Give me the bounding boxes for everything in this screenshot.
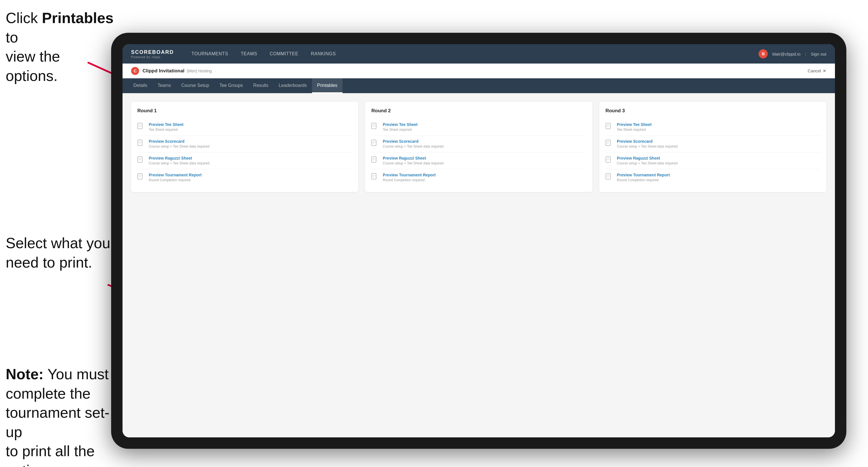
instruction-middle: Select what youneed to print.: [6, 234, 110, 272]
cancel-icon: ✕: [823, 68, 827, 73]
round3-scorecard[interactable]: Preview Scorecard Course setup + Tee She…: [606, 136, 820, 152]
round2-tournament-report[interactable]: Preview Tournament Report Round Completi…: [371, 169, 586, 186]
round2-raguzzi[interactable]: Preview Raguzzi Sheet Course setup + Tee…: [371, 152, 586, 169]
round2-raguzzi-subtitle: Course setup + Tee Sheet data required: [383, 161, 443, 165]
round1-tournament-report[interactable]: Preview Tournament Report Round Completi…: [137, 169, 352, 186]
r3-raguzzi-icon: [606, 156, 614, 165]
tournament-name: Clippd Invitational: [143, 68, 184, 74]
svg-rect-33: [372, 174, 376, 179]
printables-bold: Printables: [42, 10, 114, 26]
round-3-column: Round 3 Preview Tee Sheet Tee Sheet requ…: [599, 102, 827, 192]
svg-rect-37: [606, 123, 610, 129]
sign-out-link[interactable]: Sign out: [811, 52, 827, 56]
round3-tee-sheet-text: Preview Tee Sheet Tee Sheet required: [617, 122, 652, 132]
round1-raguzzi-title: Preview Raguzzi Sheet: [149, 156, 210, 160]
tournament-logo: C: [131, 67, 139, 75]
svg-rect-41: [606, 140, 610, 146]
round1-scorecard[interactable]: Preview Scorecard Course setup + Tee She…: [137, 136, 352, 152]
tab-results[interactable]: Results: [248, 79, 274, 93]
sub-header: C Clippd Invitational (Men) Hosting Canc…: [123, 64, 835, 79]
nav-tournaments[interactable]: TOURNAMENTS: [185, 44, 235, 64]
round1-raguzzi[interactable]: Preview Raguzzi Sheet Course setup + Tee…: [137, 152, 352, 169]
r3-scorecard-icon: [606, 139, 614, 149]
round2-scorecard-subtitle: Course setup + Tee Sheet data required: [383, 145, 443, 149]
round3-tournament-report[interactable]: Preview Tournament Report Round Completi…: [606, 169, 820, 186]
tab-details[interactable]: Details: [128, 79, 152, 93]
tab-leaderboards[interactable]: Leaderboards: [274, 79, 312, 93]
round2-raguzzi-title: Preview Raguzzi Sheet: [383, 156, 443, 160]
round2-tee-sheet[interactable]: Preview Tee Sheet Tee Sheet required: [371, 119, 586, 136]
nav-teams[interactable]: TEAMS: [235, 44, 264, 64]
top-nav-items: TOURNAMENTS TEAMS COMMITTEE RANKINGS: [185, 44, 758, 64]
nav-committee[interactable]: COMMITTEE: [263, 44, 305, 64]
svg-rect-49: [606, 174, 610, 179]
round1-scorecard-text: Preview Scorecard Course setup + Tee She…: [149, 139, 210, 149]
round2-scorecard[interactable]: Preview Scorecard Course setup + Tee She…: [371, 136, 586, 152]
svg-rect-25: [372, 140, 376, 146]
round2-scorecard-title: Preview Scorecard: [383, 139, 443, 144]
svg-rect-9: [137, 140, 142, 146]
round2-tournament-report-title: Preview Tournament Report: [383, 173, 436, 177]
tablet-screen: SCOREBOARD Powered by clippi TOURNAMENTS…: [123, 44, 835, 437]
cancel-label: Cancel: [808, 68, 821, 73]
svg-rect-13: [137, 157, 142, 162]
tab-tee-groups[interactable]: Tee Groups: [214, 79, 248, 93]
round1-tee-sheet-text: Preview Tee Sheet Tee Sheet required: [149, 122, 184, 132]
instruction-middle-text: Select what youneed to print.: [6, 235, 110, 271]
user-avatar: B: [758, 49, 768, 58]
round1-tee-sheet-subtitle: Tee Sheet required: [149, 128, 184, 132]
r2-scorecard-icon: [371, 139, 379, 149]
round1-scorecard-subtitle: Course setup + Tee Sheet data required: [149, 145, 210, 149]
round-1-column: Round 1 Preview Tee Sheet: [131, 102, 358, 192]
r3-tournament-report-icon: [606, 173, 614, 182]
round3-scorecard-title: Preview Scorecard: [617, 139, 678, 144]
round3-raguzzi[interactable]: Preview Raguzzi Sheet Course setup + Tee…: [606, 152, 820, 169]
round1-tee-sheet[interactable]: Preview Tee Sheet Tee Sheet required: [137, 119, 352, 136]
round3-tee-sheet-subtitle: Tee Sheet required: [617, 128, 652, 132]
top-nav-right: B blair@clippd.io | Sign out: [758, 49, 827, 58]
user-email: blair@clippd.io: [772, 52, 801, 56]
round3-tournament-report-title: Preview Tournament Report: [617, 173, 670, 177]
round1-raguzzi-subtitle: Course setup + Tee Sheet data required: [149, 161, 210, 165]
tab-teams[interactable]: Teams: [152, 79, 176, 93]
nav-divider: |: [805, 52, 806, 56]
round1-scorecard-title: Preview Scorecard: [149, 139, 210, 144]
svg-rect-17: [137, 174, 142, 179]
round3-tee-sheet[interactable]: Preview Tee Sheet Tee Sheet required: [606, 119, 820, 136]
instruction-bottom-text: Note: You mustcomplete thetournament set…: [6, 366, 110, 467]
svg-rect-45: [606, 157, 610, 162]
top-nav: SCOREBOARD Powered by clippi TOURNAMENTS…: [123, 44, 835, 64]
tournament-meta: (Men) Hosting: [187, 69, 212, 73]
round3-tournament-report-text: Preview Tournament Report Round Completi…: [617, 173, 670, 182]
round2-scorecard-text: Preview Scorecard Course setup + Tee She…: [383, 139, 443, 149]
tab-course-setup[interactable]: Course Setup: [176, 79, 214, 93]
round1-raguzzi-text: Preview Raguzzi Sheet Course setup + Tee…: [149, 156, 210, 165]
round2-raguzzi-text: Preview Raguzzi Sheet Course setup + Tee…: [383, 156, 443, 165]
round2-tournament-report-subtitle: Round Completion required: [383, 178, 436, 182]
round-1-title: Round 1: [137, 108, 352, 114]
round1-tournament-report-subtitle: Round Completion required: [149, 178, 202, 182]
round3-raguzzi-title: Preview Raguzzi Sheet: [617, 156, 678, 160]
rounds-container: Round 1 Preview Tee Sheet: [131, 102, 827, 192]
round3-tournament-report-subtitle: Round Completion required: [617, 178, 670, 182]
r3-tee-sheet-icon: [606, 123, 614, 132]
round3-raguzzi-subtitle: Course setup + Tee Sheet data required: [617, 161, 678, 165]
raguzzi-icon: [137, 156, 145, 165]
cancel-button[interactable]: Cancel ✕: [808, 68, 827, 73]
round-3-title: Round 3: [606, 108, 820, 114]
tab-printables[interactable]: Printables: [312, 79, 343, 93]
svg-rect-5: [137, 123, 142, 129]
tee-sheet-icon: [137, 123, 145, 132]
r2-tee-sheet-icon: [371, 123, 379, 132]
round3-tee-sheet-title: Preview Tee Sheet: [617, 122, 652, 127]
round2-tee-sheet-subtitle: Tee Sheet required: [383, 128, 417, 132]
round3-raguzzi-text: Preview Raguzzi Sheet Course setup + Tee…: [617, 156, 678, 165]
instruction-top: Click Printables toview the options.: [6, 8, 114, 86]
svg-rect-21: [372, 123, 376, 129]
round1-tournament-report-text: Preview Tournament Report Round Completi…: [149, 173, 202, 182]
round1-tee-sheet-title: Preview Tee Sheet: [149, 122, 184, 127]
nav-rankings[interactable]: RANKINGS: [305, 44, 342, 64]
round2-tee-sheet-text: Preview Tee Sheet Tee Sheet required: [383, 122, 417, 132]
round3-scorecard-text: Preview Scorecard Course setup + Tee She…: [617, 139, 678, 149]
brand-title: SCOREBOARD: [131, 49, 174, 55]
